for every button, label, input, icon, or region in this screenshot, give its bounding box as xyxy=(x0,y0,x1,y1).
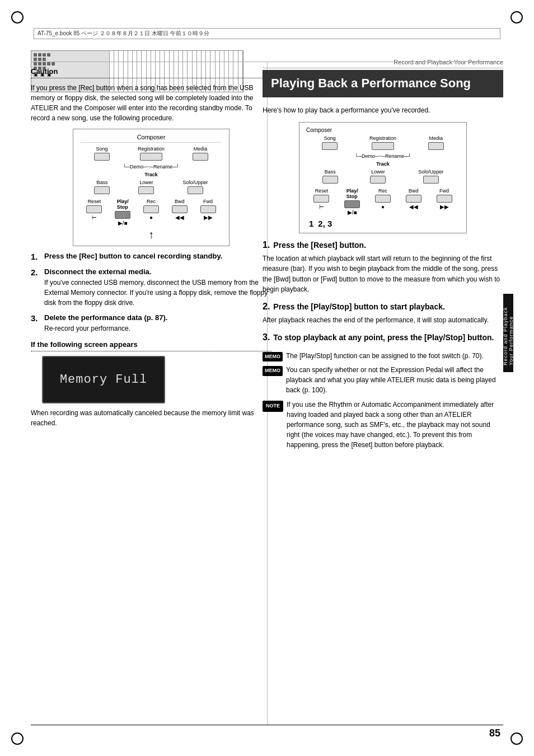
rec-btn xyxy=(143,205,159,213)
media-btn xyxy=(193,153,208,161)
right-composer-diagram: Composer Song Registration Media └─Demo─… xyxy=(299,122,467,233)
right-intro: Here's how to play back a performance yo… xyxy=(263,105,503,115)
right-step-3-title: To stop playback at any point, press the… xyxy=(273,333,494,342)
r-track-label: Track xyxy=(306,161,460,167)
r-bwd-btn xyxy=(406,195,421,203)
step-1-title: Press the [Rec] button to cancel recordi… xyxy=(44,252,222,260)
bass-btn xyxy=(94,186,110,194)
r-solo-upper-label: Solo/Upper xyxy=(418,169,443,175)
corner-mark-br xyxy=(510,732,523,745)
caution-title: Caution xyxy=(31,67,271,76)
reset-btn xyxy=(86,205,102,213)
step-2-body: If you've connected USB memory, disconne… xyxy=(44,278,271,308)
memo-badge-2: MEMO xyxy=(263,366,283,376)
right-step-1-title: Press the [Reset] button. xyxy=(273,241,366,250)
r-lower-btn xyxy=(370,176,386,184)
arrow-highlight: ↑ xyxy=(80,228,222,241)
track-label: Track xyxy=(80,172,222,177)
step-2-num: 2. xyxy=(31,267,42,277)
left-composer-diagram: Composer Song Registration Media └─Demo─… xyxy=(73,129,229,246)
r-fwd-btn xyxy=(437,195,452,203)
song-label: Song xyxy=(96,146,107,152)
r-reset-btn xyxy=(313,195,329,203)
memory-display: Memory Full xyxy=(42,356,165,403)
memo-text-2: You can specify whether or not the Expre… xyxy=(286,365,503,395)
screen-description: When recording was automatically cancele… xyxy=(31,408,271,428)
rec-label: Rec xyxy=(147,199,156,204)
right-step-2-title: Press the [Play/Stop] button to start pl… xyxy=(273,302,445,311)
r-registration-label: Registration xyxy=(369,135,396,141)
rename-label: Rename xyxy=(153,164,172,170)
corner-mark-bl xyxy=(11,732,24,745)
r-registration-btn xyxy=(372,142,394,150)
note-box: NOTE If you use the Rhythm or Automatic … xyxy=(263,400,503,450)
r-bass-btn xyxy=(322,176,338,184)
right-composer-title: Composer xyxy=(306,127,460,133)
memo-text-1: The [Play/Stop] function can be assigned… xyxy=(286,351,484,361)
caution-section: Caution If you press the [Rec] button wh… xyxy=(31,67,271,123)
right-title-box: Playing Back a Performance Song xyxy=(263,70,503,97)
bass-label: Bass xyxy=(96,180,107,185)
r-solo-upper-btn xyxy=(423,176,439,184)
left-step-3: 3. Delete the performance data (p. 87). … xyxy=(31,313,271,334)
fwd-label: Fwd xyxy=(203,199,213,204)
top-bar-text: AT-75_e.book 85 ページ ２０８年８月２１日 木曜日 午前１０時９… xyxy=(38,30,209,36)
left-steps: 1. Press the [Rec] button to cancel reco… xyxy=(31,252,271,334)
registration-btn xyxy=(140,153,162,161)
r-rec-label: Rec xyxy=(378,188,387,194)
right-step-1-body: The location at which playback will star… xyxy=(263,253,503,295)
r-bass-label: Bass xyxy=(325,169,336,175)
right-step-1: 1. Press the [Reset] button. The locatio… xyxy=(263,240,503,295)
right-steps: 1. Press the [Reset] button. The locatio… xyxy=(263,240,503,450)
step-1-num: 1. xyxy=(31,252,42,261)
play-stop-btn xyxy=(115,211,130,219)
right-header-text: Record and Playback Your Performance xyxy=(394,59,503,65)
step-2-title: Disconnect the external media. xyxy=(44,267,271,276)
memo-box-2: MEMO You can specify whether or not the … xyxy=(263,365,503,395)
r-song-label: Song xyxy=(324,135,336,141)
r-demo-label: Demo xyxy=(362,153,375,159)
num-label-1: 1 xyxy=(309,219,313,228)
reset-label: Reset xyxy=(88,199,101,204)
media-label: Media xyxy=(194,146,208,152)
right-title: Playing Back a Performance Song xyxy=(271,76,495,92)
step-num-labels: 1 2, 3 xyxy=(306,219,460,228)
demo-label: Demo xyxy=(130,164,143,170)
r-lower-label: Lower xyxy=(371,169,385,175)
side-tab: Record and Playback Your Performance xyxy=(503,294,513,372)
right-step-3: 3. To stop playback at any point, press … xyxy=(263,332,503,344)
corner-mark-tr xyxy=(510,11,523,24)
caution-body: If you press the [Rec] button when a son… xyxy=(31,83,271,123)
lower-btn xyxy=(138,186,154,194)
r-play-stop-label: Play/Stop xyxy=(346,188,358,199)
solo-upper-btn xyxy=(188,186,203,194)
corner-mark-tl xyxy=(11,11,24,24)
step-3-body: Re-record your performance. xyxy=(44,323,167,334)
note-text: If you use the Rhythm or Automatic Accom… xyxy=(287,400,503,450)
r-reset-label: Reset xyxy=(315,188,329,194)
r-media-label: Media xyxy=(429,135,443,141)
registration-label: Registration xyxy=(138,146,165,152)
solo-upper-label: Solo/Upper xyxy=(182,180,208,185)
step-3-num: 3. xyxy=(31,313,42,323)
r-media-btn xyxy=(428,142,444,150)
r-rec-btn xyxy=(375,195,391,203)
num-label-23: 2, 3 xyxy=(318,219,332,228)
arrow-down: ↑ xyxy=(80,228,222,241)
memo-badge-1: MEMO xyxy=(263,352,283,362)
right-header: Record and Playback Your Performance xyxy=(263,59,503,68)
caution-dotted-line xyxy=(31,78,271,78)
r-play-stop-btn xyxy=(344,200,360,208)
right-step-2-num: 2. xyxy=(263,302,270,312)
memory-full-text: Memory Full xyxy=(60,373,147,387)
fwd-btn xyxy=(200,205,216,213)
bottom-line xyxy=(31,725,503,725)
memo-box-1: MEMO The [Play/Stop] function can be ass… xyxy=(263,351,503,362)
bwd-btn xyxy=(172,205,188,213)
screen-section: If the following screen appears Memory F… xyxy=(31,340,271,428)
bwd-label: Bwd xyxy=(175,199,185,204)
r-rename-label: Rename xyxy=(385,153,404,159)
right-step-3-num: 3. xyxy=(263,332,270,342)
page-number: 85 xyxy=(489,727,500,739)
note-badge: NOTE xyxy=(263,401,283,412)
